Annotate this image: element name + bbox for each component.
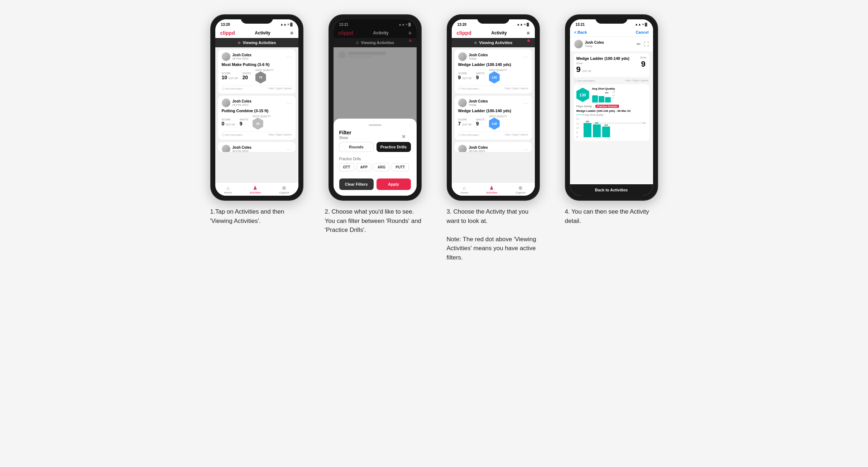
bottom-nav-1: ⌂ Home ♟ Activities ⊕ Capture [215, 182, 298, 196]
card-footer-1-2: ⓘ Test Information Data: Clippd Capture [222, 132, 292, 137]
screen-1-col: 13:20 ▲▲ ≈ ▓ clippd Activity ≡ ⚙ Viewing… [203, 14, 311, 225]
detail-user-row-4: Josh Coles Today ✏ ⛶ [570, 37, 653, 51]
bar-full-4-2 [593, 124, 601, 137]
activity-card-1-2[interactable]: Josh Coles 28 Feb 2023 ··· Putting Combi… [218, 96, 296, 140]
practice-badge-4: Practice Session [595, 105, 619, 108]
dots-3-2[interactable]: ··· [523, 100, 528, 106]
bottom-nav-activities-1[interactable]: ♟ Activities [250, 185, 261, 194]
dashed-line-4 [584, 123, 643, 123]
detail-user-info-4: Josh Coles Today [574, 40, 604, 48]
shots-hex-section-4: Shots 9 [640, 56, 647, 69]
stats-row-3-1: Score 9 OUT OF Shots 9 [458, 69, 528, 84]
dots-3-3[interactable]: ··· [523, 146, 528, 152]
home-label-1: Home [224, 191, 232, 194]
phone-3: 13:20 ▲▲ ≈ ▓ clippd Activity ≡ ⚙ Viewing… [447, 14, 540, 201]
footer-left-1-1: ⓘ Test Information [222, 87, 243, 91]
filter-sheet-2: Filter ✕ Show Rounds Practice Drills Pra… [334, 119, 417, 196]
bottom-nav-activities-3[interactable]: ♟ Activities [486, 185, 498, 194]
filter-close-2[interactable]: ✕ [402, 134, 406, 139]
footer-right-1-2: Data: Clippd Capture [268, 133, 292, 137]
chip-app[interactable]: APP [356, 163, 372, 171]
back-to-activities-btn-4[interactable]: Back to Activities [570, 184, 653, 196]
score-section-4: Score 9 OUT OF [576, 62, 640, 74]
chip-putt[interactable]: PUTT [392, 163, 409, 171]
stat-sq-3-1: Shot Quality 130 [489, 69, 507, 84]
back-btn-4[interactable]: < Back [574, 30, 587, 34]
edit-icon-4[interactable]: ✏ [637, 41, 641, 47]
filter-rounds-btn[interactable]: Rounds [339, 142, 374, 152]
user-info-4: Josh Coles Today [585, 40, 604, 48]
score-val-1-2: 0 [222, 121, 225, 127]
card-user-1-1: Josh Coles 28 Feb 2023 [222, 52, 251, 61]
score-label-1-1: Score [222, 72, 238, 75]
bar-4-3 [605, 97, 611, 103]
player-activity-row-4: Player Activity › Practice Session [576, 105, 647, 108]
status-icons-3: ▲▲ ≈ ▓ [517, 23, 529, 26]
content-3: Josh Coles Today ··· Wedge Ladder (100-1… [452, 47, 535, 182]
activity-card-3-2[interactable]: Josh Coles Today ··· Wedge Ladder (100-1… [455, 96, 532, 140]
viewing-bar-3[interactable]: ⚙ Viewing Activities [452, 38, 535, 47]
filter-practice-drills-btn[interactable]: Practice Drills [377, 142, 411, 152]
activities-label-1: Activities [250, 191, 261, 194]
filter-chips-2: OTT APP ARG PUTT [339, 163, 411, 171]
hex-text-3-1: 130 [491, 76, 497, 79]
notch-4 [595, 15, 628, 24]
chip-arg[interactable]: ARG [374, 163, 389, 171]
activities-icon-3: ♟ [489, 185, 494, 191]
apply-btn[interactable]: Apply [377, 178, 411, 190]
activity-card-3-3[interactable]: Josh Coles 28 Feb 2023 ··· [455, 142, 532, 152]
hamburger-3[interactable]: ≡ [527, 30, 529, 36]
detail-content-4: Wedge Ladder (100-140 yds) Score 9 OUT O… [570, 51, 653, 183]
user-date-3-2: Today [469, 103, 488, 106]
sq-label-1-1: Shot Quality [255, 69, 274, 71]
filter-show-label-2: Show [339, 136, 411, 140]
clear-filters-btn[interactable]: Clear Filters [339, 178, 374, 190]
capture-label-3: Capture [515, 191, 526, 194]
avatar-3-2 [458, 99, 467, 107]
bar-4-2 [599, 96, 604, 103]
phone-2-inner: 13:21 ▲▲ ≈ ▓ clippd Activity ≡ ⚙ Viewing… [334, 19, 417, 196]
card-header-1-3: Josh Coles 28 Feb 2023 ··· [222, 145, 292, 152]
dots-1-2[interactable]: ··· [287, 100, 292, 106]
bottom-nav-home-1[interactable]: ⌂ Home [224, 185, 232, 194]
score-val-row-4: 9 OUT OF [576, 65, 640, 74]
dots-3-1[interactable]: ··· [523, 54, 528, 59]
score-val-4: 9 [576, 65, 581, 74]
user-name-3-1: Josh Coles [469, 53, 488, 57]
phone-4: 13:21 ▲▲ ≈ ▓ < Back Cancel Josh Coles To… [565, 14, 658, 201]
shots-label-1-2: Shots [240, 118, 248, 121]
bar-full-4-1 [584, 123, 591, 137]
expand-icon-4[interactable]: ⛶ [644, 41, 649, 47]
card-header-3-3: Josh Coles 28 Feb 2023 ··· [458, 145, 528, 152]
screens-container: 13:20 ▲▲ ≈ ▓ clippd Activity ≡ ⚙ Viewing… [203, 14, 665, 262]
user-info-1-2: Josh Coles 28 Feb 2023 [232, 99, 251, 106]
activity-card-3-1[interactable]: Josh Coles Today ··· Wedge Ladder (100-1… [455, 49, 532, 94]
activity-card-1-3[interactable]: Josh Coles 28 Feb 2023 ··· [218, 142, 296, 152]
bottom-nav-capture-3[interactable]: ⊕ Capture [515, 185, 526, 194]
logo-1: clippd [220, 30, 235, 36]
activity-title-3-2: Wedge Ladder (100-140 yds) [458, 109, 528, 113]
footer-left-3-2: ⓘ Test Information [458, 133, 479, 137]
activity-card-1-1[interactable]: Josh Coles 28 Feb 2023 ··· Must Make Put… [218, 49, 296, 94]
bottom-nav-home-3[interactable]: ⌂ Home [461, 185, 468, 194]
card-footer-1-1: ⓘ Test Information Data: Clippd Capture [222, 85, 292, 91]
phone-2: 13:21 ▲▲ ≈ ▓ clippd Activity ≡ ⚙ Viewing… [329, 14, 422, 201]
bar-full-4-3 [602, 127, 610, 137]
dots-1-1[interactable]: ··· [287, 54, 292, 59]
card-header-3-2: Josh Coles Today ··· [458, 99, 528, 107]
chip-ott[interactable]: OTT [339, 163, 354, 171]
bar-group-4-2: 129 [593, 122, 601, 137]
viewing-bar-1[interactable]: ⚙ Viewing Activities [215, 38, 298, 47]
time-4: 13:21 [576, 23, 585, 27]
bottom-nav-capture-1[interactable]: ⊕ Capture [279, 185, 289, 194]
chart-right-4: Avg Shot Quality 130 100 50 [592, 87, 615, 103]
avatar-1-2 [222, 99, 230, 107]
cancel-btn-4[interactable]: Cancel [636, 30, 648, 34]
info-row-4: ⓘ Test Information Data: Clippd Capture [574, 79, 649, 83]
user-date-1-2: 28 Feb 2023 [232, 103, 251, 106]
card-header-1-1: Josh Coles 28 Feb 2023 ··· [222, 52, 292, 61]
dots-1-3[interactable]: ··· [287, 146, 292, 152]
title-section-4: Wedge Ladder (100-140 yds) Score 9 OUT O… [576, 56, 640, 74]
hamburger-1[interactable]: ≡ [290, 30, 293, 36]
dashed-label-4: 124 [643, 122, 646, 124]
